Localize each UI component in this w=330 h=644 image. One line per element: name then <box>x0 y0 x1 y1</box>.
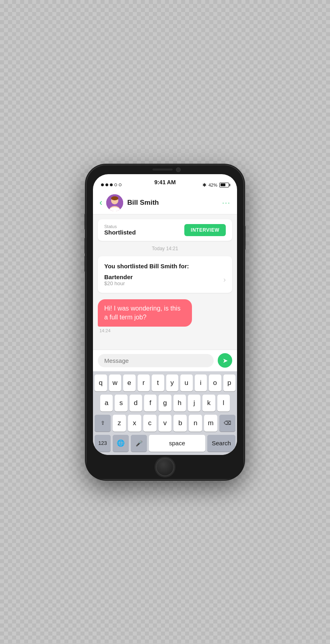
key-h[interactable]: h <box>173 395 186 412</box>
key-j[interactable]: j <box>188 395 200 412</box>
speaker <box>153 169 173 171</box>
numbers-key[interactable]: 123 <box>95 435 111 452</box>
message-input[interactable] <box>98 354 214 367</box>
key-v[interactable]: v <box>159 415 172 432</box>
key-l[interactable]: l <box>217 395 230 412</box>
signal-dot-1 <box>101 183 104 186</box>
signal-dots <box>101 183 122 186</box>
status-card: Status Shortlisted INTERVIEW <box>98 219 232 241</box>
key-c[interactable]: c <box>143 415 157 432</box>
status-label: Status <box>104 224 136 229</box>
svg-point-2 <box>111 196 118 200</box>
nav-bar: ‹ Bill Smith ··· <box>93 192 237 214</box>
back-button[interactable]: ‹ <box>99 198 102 208</box>
job-name: Bartender <box>104 274 133 280</box>
key-n[interactable]: n <box>189 415 202 432</box>
signal-dot-4 <box>114 183 117 186</box>
shift-key[interactable]: ⇧ <box>95 415 111 432</box>
key-i[interactable]: i <box>195 374 207 391</box>
globe-key[interactable]: 🌐 <box>113 435 129 452</box>
key-g[interactable]: g <box>159 395 171 412</box>
message-input-area: ➤ <box>93 350 237 371</box>
key-p[interactable]: p <box>223 374 236 391</box>
timestamp: Today 14:21 <box>98 246 232 251</box>
bluetooth-icon: ✱ <box>202 182 206 188</box>
key-a[interactable]: a <box>100 395 113 412</box>
status-info: Status Shortlisted <box>104 224 136 236</box>
shortlist-title: You shortlisted Bill Smith for: <box>104 263 226 270</box>
battery-fill <box>221 183 225 186</box>
send-icon: ➤ <box>223 357 228 364</box>
key-w[interactable]: w <box>109 374 122 391</box>
key-f[interactable]: f <box>144 395 157 412</box>
job-info: Bartender $20 hour <box>104 274 133 286</box>
key-o[interactable]: o <box>209 374 221 391</box>
signal-dot-5 <box>119 183 122 186</box>
battery-percent: 42% <box>208 183 217 187</box>
camera <box>176 167 181 172</box>
key-z[interactable]: z <box>113 415 126 432</box>
key-k[interactable]: k <box>202 395 215 412</box>
key-q[interactable]: q <box>95 374 107 391</box>
interview-button[interactable]: INTERVIEW <box>184 224 226 236</box>
status-right: ✱ 42% <box>202 182 229 188</box>
nav-title: Bill Smith <box>127 199 222 207</box>
key-r[interactable]: r <box>138 374 150 391</box>
job-rate: $20 hour <box>104 280 133 286</box>
keyboard-row-1: q w e r t y u i o p <box>95 374 235 391</box>
backspace-key[interactable]: ⌫ <box>219 415 235 432</box>
message-bubble: Hi! I was wondering, is this a full term… <box>98 299 192 327</box>
mic-key[interactable]: 🎤 <box>131 435 147 452</box>
key-b[interactable]: b <box>173 415 187 432</box>
chevron-right-icon[interactable]: › <box>223 276 226 284</box>
keyboard-row-2: a s d f g h j k l <box>95 395 235 412</box>
key-d[interactable]: d <box>130 395 142 412</box>
status-bar: 9:41 AM ✱ 42% <box>93 174 237 192</box>
keyboard-row-4: 123 🌐 🎤 space Search <box>95 435 235 452</box>
phone-notch <box>133 165 197 174</box>
shortlist-card: You shortlisted Bill Smith for: Bartende… <box>98 256 232 293</box>
key-x[interactable]: x <box>128 415 141 432</box>
key-y[interactable]: y <box>166 374 179 391</box>
avatar <box>106 194 123 211</box>
status-value: Shortlisted <box>104 229 136 236</box>
signal-dot-2 <box>105 183 108 186</box>
space-key[interactable]: space <box>149 435 205 452</box>
battery-icon <box>219 183 229 187</box>
key-m[interactable]: m <box>204 415 217 432</box>
keyboard: q w e r t y u i o p a s d f g h j k <box>93 371 237 455</box>
key-u[interactable]: u <box>180 374 193 391</box>
phone-bottom <box>87 455 243 479</box>
signal-dot-3 <box>110 183 113 186</box>
status-time: 9:41 AM <box>154 179 175 185</box>
job-row[interactable]: Bartender $20 hour › <box>104 274 226 286</box>
message-bubble-wrapper: Hi! I was wondering, is this a full term… <box>98 299 232 333</box>
keyboard-row-3: ⇧ z x c v b n m ⌫ <box>95 415 235 432</box>
search-key[interactable]: Search <box>207 435 235 452</box>
home-button[interactable] <box>156 458 174 476</box>
chat-area: Status Shortlisted INTERVIEW Today 14:21… <box>93 214 237 350</box>
send-button[interactable]: ➤ <box>218 353 232 368</box>
key-t[interactable]: t <box>152 374 164 391</box>
key-s[interactable]: s <box>115 395 127 412</box>
more-button[interactable]: ··· <box>222 199 231 207</box>
bubble-time: 14:24 <box>99 328 111 333</box>
key-e[interactable]: e <box>123 374 136 391</box>
